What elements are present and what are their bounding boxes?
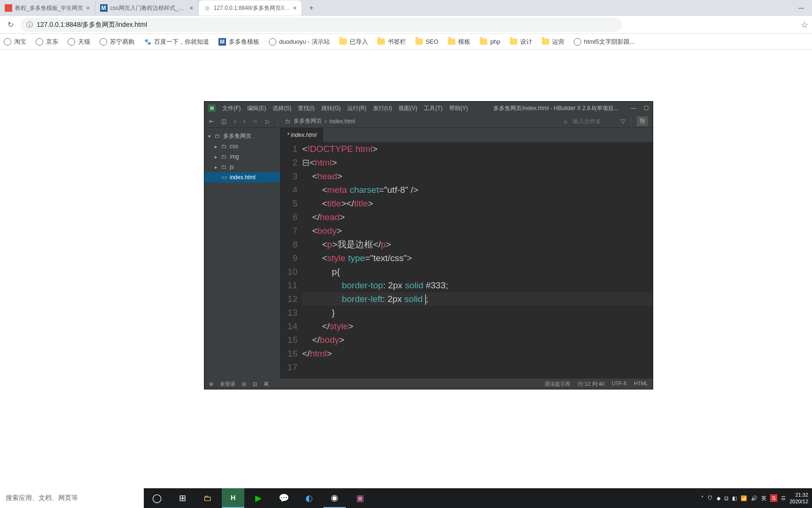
menu-file[interactable]: 文件(F) [222, 104, 241, 112]
browser-tab-0[interactable]: 教程_多多鱼模板_学生网页 × [0, 0, 95, 16]
start-button[interactable]: ◯ [146, 488, 168, 508]
address-bar: ↻ ⓘ 127.0.0.1:8848/多多鱼网页/index.html ☆ [0, 16, 812, 34]
app-button[interactable]: ▣ [349, 488, 371, 508]
tree-folder[interactable]: ▸🗀js [204, 162, 280, 172]
bookmark-item[interactable]: 天猫 [68, 38, 90, 46]
menu-tools[interactable]: 工具(T) [424, 104, 442, 112]
file-tabs: * index.html [281, 128, 653, 142]
bookmark-item[interactable]: 运营 [542, 38, 564, 46]
tree-project[interactable]: ▾🗀多多鱼网页 [204, 131, 280, 141]
clock[interactable]: 21:32 2020/12 [789, 492, 808, 505]
preview-button[interactable]: 预 [637, 116, 648, 126]
bookmark-item[interactable]: 模板 [448, 38, 470, 46]
forward-button[interactable]: › [243, 118, 245, 125]
tree-folder[interactable]: ▸🗀css [204, 141, 280, 151]
breadcrumb-segment[interactable]: 多多鱼网页 [294, 117, 322, 125]
tray-icon[interactable]: ⊡ [724, 495, 728, 501]
minimize-button[interactable]: — [631, 105, 636, 111]
tray-icon[interactable]: S [770, 494, 777, 502]
bookmark-item[interactable]: duoduoyu - 演示站 [269, 38, 330, 46]
tray-icon[interactable]: ☰ [781, 495, 786, 501]
bookmark-label: html5文字阴影跟... [584, 38, 635, 46]
menu-run[interactable]: 运行(R) [347, 104, 367, 112]
close-icon[interactable]: × [189, 4, 193, 12]
language-mode[interactable]: HTML [634, 381, 648, 388]
tray-icon[interactable]: ⛉ [708, 495, 713, 501]
collapse-icon[interactable]: ⇤ [209, 118, 214, 125]
chrome-taskbar-button[interactable]: ◉ [323, 488, 346, 508]
bookmark-item[interactable]: 京东 [36, 38, 58, 46]
menu-release[interactable]: 发行(U) [373, 104, 392, 112]
encoding[interactable]: UTF-8 [612, 381, 626, 388]
tree-file-selected[interactable]: <>index.html [204, 172, 280, 183]
menu-goto[interactable]: 跳转(G) [321, 104, 341, 112]
login-status[interactable]: 未登录 [220, 381, 235, 388]
tray-chevron-icon[interactable]: ˄ [701, 495, 704, 501]
tree-label: index.html [230, 174, 256, 181]
star-icon[interactable]: ☆ [253, 118, 258, 125]
run-icon[interactable]: ▷ [265, 118, 270, 125]
maximize-button[interactable]: ☐ [644, 105, 649, 111]
menu-view[interactable]: 视图(V) [398, 104, 417, 112]
search-icon[interactable]: ⌕ [564, 118, 567, 125]
close-icon[interactable]: × [293, 4, 297, 12]
bookmark-item[interactable]: 设计 [510, 38, 532, 46]
reload-button[interactable]: ↻ [4, 18, 17, 32]
bookmark-item[interactable]: 🐾百度一下，你就知道 [144, 38, 209, 46]
app-button[interactable]: ▶ [247, 488, 270, 508]
hbuilder-taskbar-button[interactable]: H [222, 488, 244, 508]
bookmark-label: 淘宝 [14, 38, 26, 46]
wechat-button[interactable]: 💬 [273, 488, 295, 508]
browser-tab-1[interactable]: M css网页入门教程边框样式_多多... × [95, 0, 199, 16]
new-tab-button[interactable]: + [305, 1, 318, 15]
bookmark-label: duoduoyu - 演示站 [279, 38, 330, 46]
status-icon[interactable]: ⊡ [253, 381, 257, 387]
bookmark-label: 已导入 [350, 38, 368, 46]
editor-window: H 文件(F) 编辑(E) 选择(S) 查找(I) 跳转(G) 运行(R) 发行… [204, 101, 653, 389]
bookmark-item[interactable]: html5文字阴影跟... [574, 38, 635, 46]
tray-icon[interactable]: ◆ [717, 495, 720, 501]
volume-icon[interactable]: 🔊 [751, 495, 757, 501]
bookmark-star-button[interactable]: ☆ [801, 20, 808, 30]
bookmark-item[interactable]: 书签栏 [377, 38, 406, 46]
task-view-button[interactable]: ⊞ [171, 488, 194, 508]
tree-folder[interactable]: ▸🗀img [204, 151, 280, 162]
app-button[interactable]: ◐ [298, 488, 320, 508]
file-explorer-button[interactable]: 🗀 [196, 488, 219, 508]
syntax-hint[interactable]: 语法提示库 [545, 381, 570, 388]
browser-tab-2[interactable]: ◎ 127.0.0.1:8848/多多鱼网页/ind... × [199, 0, 302, 16]
cursor-position[interactable]: 行:12 列:40 [578, 381, 604, 388]
globe-icon [269, 38, 276, 46]
tray-icon[interactable]: 📶 [741, 495, 747, 501]
filename-search-input[interactable] [573, 118, 615, 125]
folder-icon: 🗀 [215, 133, 221, 139]
minimize-button[interactable]: — [790, 0, 812, 16]
filter-icon[interactable]: ▽ [621, 118, 625, 125]
bookmark-label: 天猫 [78, 38, 90, 46]
panel-icon[interactable]: ◫ [221, 118, 226, 125]
status-icon[interactable]: ⌘ [264, 381, 269, 387]
ime-indicator[interactable]: 英 [761, 495, 766, 502]
folder-icon [339, 39, 347, 45]
status-icon[interactable]: ⊟ [242, 381, 246, 387]
bookmark-item[interactable]: 淘宝 [4, 38, 26, 46]
bookmark-item[interactable]: 已导入 [339, 38, 368, 46]
bookmark-item[interactable]: M多多鱼模板 [219, 38, 259, 46]
bookmark-item[interactable]: php [480, 38, 500, 45]
bookmark-item[interactable]: 苏宁易购 [100, 38, 134, 46]
breadcrumb-segment[interactable]: index.html [329, 118, 355, 125]
close-icon[interactable]: × [86, 4, 90, 12]
url-input[interactable]: ⓘ 127.0.0.1:8848/多多鱼网页/index.html [21, 18, 622, 32]
menu-edit[interactable]: 编辑(E) [247, 104, 266, 112]
file-tab-active[interactable]: * index.html [281, 128, 324, 142]
code-editor[interactable]: 1234567891011121314151617 <!DOCTYPE html… [281, 142, 653, 379]
m-icon: M [219, 38, 226, 46]
tray-icon[interactable]: ◧ [732, 495, 737, 501]
menu-help[interactable]: 帮助(Y) [449, 104, 468, 112]
menu-find[interactable]: 查找(I) [298, 104, 314, 112]
menu-select[interactable]: 选择(S) [273, 104, 291, 112]
bookmark-item[interactable]: SEO [415, 38, 438, 45]
back-button[interactable]: ‹ [234, 118, 236, 125]
windows-search-input[interactable]: 搜索应用、文档、网页等 [0, 488, 144, 508]
tree-label: 多多鱼网页 [223, 132, 251, 140]
